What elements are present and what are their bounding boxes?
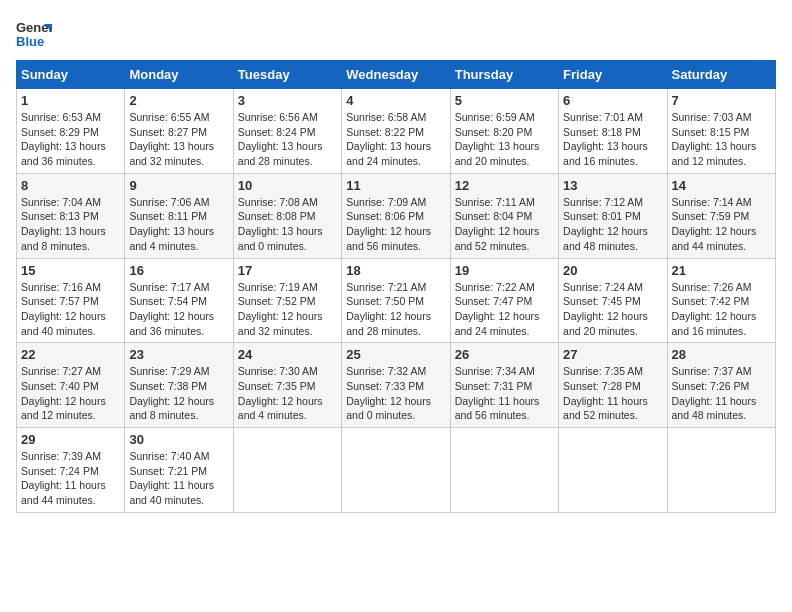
day-header-wednesday: Wednesday <box>342 61 450 89</box>
day-info: Sunrise: 7:16 AMSunset: 7:57 PMDaylight:… <box>21 281 106 337</box>
calendar-cell: 4 Sunrise: 6:58 AMSunset: 8:22 PMDayligh… <box>342 89 450 174</box>
day-header-thursday: Thursday <box>450 61 558 89</box>
day-number: 12 <box>455 178 554 193</box>
calendar-cell: 2 Sunrise: 6:55 AMSunset: 8:27 PMDayligh… <box>125 89 233 174</box>
day-number: 18 <box>346 263 445 278</box>
day-info: Sunrise: 6:55 AMSunset: 8:27 PMDaylight:… <box>129 111 214 167</box>
day-number: 29 <box>21 432 120 447</box>
calendar-cell: 6 Sunrise: 7:01 AMSunset: 8:18 PMDayligh… <box>559 89 667 174</box>
day-header-sunday: Sunday <box>17 61 125 89</box>
calendar-cell: 27 Sunrise: 7:35 AMSunset: 7:28 PMDaylig… <box>559 343 667 428</box>
day-info: Sunrise: 7:09 AMSunset: 8:06 PMDaylight:… <box>346 196 431 252</box>
calendar-cell: 25 Sunrise: 7:32 AMSunset: 7:33 PMDaylig… <box>342 343 450 428</box>
svg-text:General: General <box>16 20 52 35</box>
day-number: 6 <box>563 93 662 108</box>
day-info: Sunrise: 7:08 AMSunset: 8:08 PMDaylight:… <box>238 196 323 252</box>
day-info: Sunrise: 7:14 AMSunset: 7:59 PMDaylight:… <box>672 196 757 252</box>
day-info: Sunrise: 7:37 AMSunset: 7:26 PMDaylight:… <box>672 365 757 421</box>
calendar-cell: 11 Sunrise: 7:09 AMSunset: 8:06 PMDaylig… <box>342 173 450 258</box>
calendar-cell: 7 Sunrise: 7:03 AMSunset: 8:15 PMDayligh… <box>667 89 775 174</box>
day-number: 14 <box>672 178 771 193</box>
day-info: Sunrise: 7:30 AMSunset: 7:35 PMDaylight:… <box>238 365 323 421</box>
day-header-tuesday: Tuesday <box>233 61 341 89</box>
day-number: 4 <box>346 93 445 108</box>
day-number: 27 <box>563 347 662 362</box>
day-number: 20 <box>563 263 662 278</box>
calendar-cell: 18 Sunrise: 7:21 AMSunset: 7:50 PMDaylig… <box>342 258 450 343</box>
calendar-cell: 26 Sunrise: 7:34 AMSunset: 7:31 PMDaylig… <box>450 343 558 428</box>
calendar-cell: 13 Sunrise: 7:12 AMSunset: 8:01 PMDaylig… <box>559 173 667 258</box>
day-info: Sunrise: 7:22 AMSunset: 7:47 PMDaylight:… <box>455 281 540 337</box>
day-header-saturday: Saturday <box>667 61 775 89</box>
day-header-monday: Monday <box>125 61 233 89</box>
day-header-friday: Friday <box>559 61 667 89</box>
calendar-week-5: 29 Sunrise: 7:39 AMSunset: 7:24 PMDaylig… <box>17 428 776 513</box>
day-info: Sunrise: 7:01 AMSunset: 8:18 PMDaylight:… <box>563 111 648 167</box>
calendar-cell: 29 Sunrise: 7:39 AMSunset: 7:24 PMDaylig… <box>17 428 125 513</box>
day-info: Sunrise: 7:19 AMSunset: 7:52 PMDaylight:… <box>238 281 323 337</box>
calendar-cell: 14 Sunrise: 7:14 AMSunset: 7:59 PMDaylig… <box>667 173 775 258</box>
calendar-cell: 20 Sunrise: 7:24 AMSunset: 7:45 PMDaylig… <box>559 258 667 343</box>
day-info: Sunrise: 6:58 AMSunset: 8:22 PMDaylight:… <box>346 111 431 167</box>
day-number: 21 <box>672 263 771 278</box>
day-info: Sunrise: 7:26 AMSunset: 7:42 PMDaylight:… <box>672 281 757 337</box>
day-info: Sunrise: 7:12 AMSunset: 8:01 PMDaylight:… <box>563 196 648 252</box>
day-number: 16 <box>129 263 228 278</box>
day-number: 1 <box>21 93 120 108</box>
calendar-cell: 30 Sunrise: 7:40 AMSunset: 7:21 PMDaylig… <box>125 428 233 513</box>
calendar-table: SundayMondayTuesdayWednesdayThursdayFrid… <box>16 60 776 513</box>
day-number: 30 <box>129 432 228 447</box>
day-info: Sunrise: 7:35 AMSunset: 7:28 PMDaylight:… <box>563 365 648 421</box>
day-number: 28 <box>672 347 771 362</box>
day-info: Sunrise: 6:56 AMSunset: 8:24 PMDaylight:… <box>238 111 323 167</box>
day-number: 3 <box>238 93 337 108</box>
day-number: 17 <box>238 263 337 278</box>
day-number: 24 <box>238 347 337 362</box>
day-info: Sunrise: 7:17 AMSunset: 7:54 PMDaylight:… <box>129 281 214 337</box>
calendar-cell: 21 Sunrise: 7:26 AMSunset: 7:42 PMDaylig… <box>667 258 775 343</box>
day-info: Sunrise: 7:27 AMSunset: 7:40 PMDaylight:… <box>21 365 106 421</box>
day-number: 23 <box>129 347 228 362</box>
day-number: 10 <box>238 178 337 193</box>
header: General Blue <box>16 16 776 52</box>
calendar-cell: 1 Sunrise: 6:53 AMSunset: 8:29 PMDayligh… <box>17 89 125 174</box>
day-number: 25 <box>346 347 445 362</box>
day-info: Sunrise: 6:53 AMSunset: 8:29 PMDaylight:… <box>21 111 106 167</box>
day-number: 9 <box>129 178 228 193</box>
logo-icon: General Blue <box>16 16 52 52</box>
calendar-cell: 15 Sunrise: 7:16 AMSunset: 7:57 PMDaylig… <box>17 258 125 343</box>
day-number: 7 <box>672 93 771 108</box>
calendar-week-1: 1 Sunrise: 6:53 AMSunset: 8:29 PMDayligh… <box>17 89 776 174</box>
calendar-cell: 19 Sunrise: 7:22 AMSunset: 7:47 PMDaylig… <box>450 258 558 343</box>
day-info: Sunrise: 7:04 AMSunset: 8:13 PMDaylight:… <box>21 196 106 252</box>
day-info: Sunrise: 7:34 AMSunset: 7:31 PMDaylight:… <box>455 365 540 421</box>
calendar-cell <box>667 428 775 513</box>
calendar-cell: 24 Sunrise: 7:30 AMSunset: 7:35 PMDaylig… <box>233 343 341 428</box>
calendar-cell: 23 Sunrise: 7:29 AMSunset: 7:38 PMDaylig… <box>125 343 233 428</box>
calendar-cell: 5 Sunrise: 6:59 AMSunset: 8:20 PMDayligh… <box>450 89 558 174</box>
calendar-cell: 8 Sunrise: 7:04 AMSunset: 8:13 PMDayligh… <box>17 173 125 258</box>
day-info: Sunrise: 7:24 AMSunset: 7:45 PMDaylight:… <box>563 281 648 337</box>
calendar-week-4: 22 Sunrise: 7:27 AMSunset: 7:40 PMDaylig… <box>17 343 776 428</box>
logo: General Blue <box>16 16 56 52</box>
calendar-cell: 9 Sunrise: 7:06 AMSunset: 8:11 PMDayligh… <box>125 173 233 258</box>
calendar-cell <box>342 428 450 513</box>
calendar-cell: 3 Sunrise: 6:56 AMSunset: 8:24 PMDayligh… <box>233 89 341 174</box>
day-number: 5 <box>455 93 554 108</box>
calendar-cell <box>559 428 667 513</box>
day-number: 15 <box>21 263 120 278</box>
day-number: 11 <box>346 178 445 193</box>
calendar-cell: 12 Sunrise: 7:11 AMSunset: 8:04 PMDaylig… <box>450 173 558 258</box>
calendar-cell: 22 Sunrise: 7:27 AMSunset: 7:40 PMDaylig… <box>17 343 125 428</box>
day-number: 8 <box>21 178 120 193</box>
calendar-week-3: 15 Sunrise: 7:16 AMSunset: 7:57 PMDaylig… <box>17 258 776 343</box>
calendar-cell: 10 Sunrise: 7:08 AMSunset: 8:08 PMDaylig… <box>233 173 341 258</box>
day-info: Sunrise: 7:32 AMSunset: 7:33 PMDaylight:… <box>346 365 431 421</box>
day-info: Sunrise: 7:03 AMSunset: 8:15 PMDaylight:… <box>672 111 757 167</box>
day-info: Sunrise: 6:59 AMSunset: 8:20 PMDaylight:… <box>455 111 540 167</box>
calendar-cell <box>450 428 558 513</box>
day-info: Sunrise: 7:29 AMSunset: 7:38 PMDaylight:… <box>129 365 214 421</box>
calendar-week-2: 8 Sunrise: 7:04 AMSunset: 8:13 PMDayligh… <box>17 173 776 258</box>
day-info: Sunrise: 7:11 AMSunset: 8:04 PMDaylight:… <box>455 196 540 252</box>
calendar-body: 1 Sunrise: 6:53 AMSunset: 8:29 PMDayligh… <box>17 89 776 513</box>
